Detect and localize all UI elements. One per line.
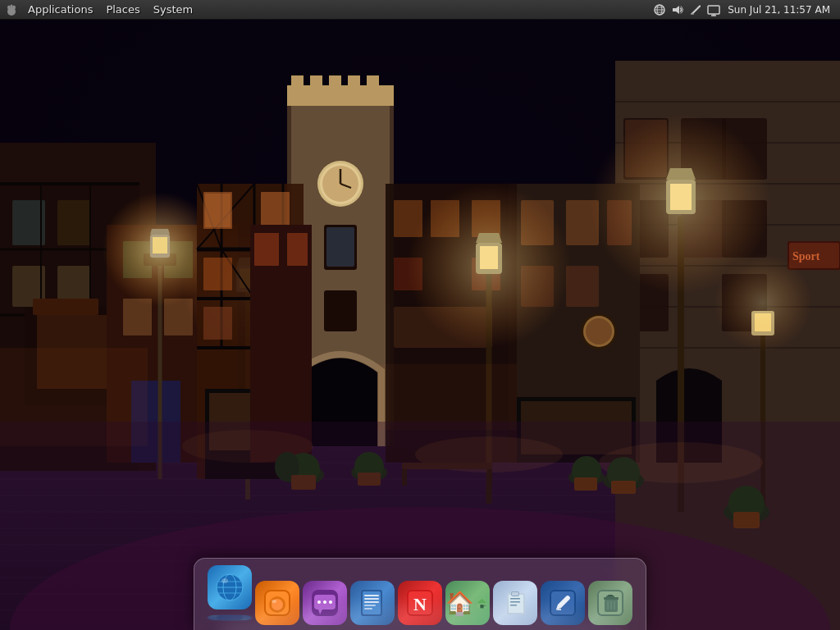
svg-marker-55: [150, 229, 170, 235]
svg-point-195: [272, 600, 276, 603]
svg-rect-91: [205, 194, 231, 227]
svg-rect-69: [348, 75, 360, 92]
svg-rect-78: [324, 290, 357, 331]
dock-item-writer[interactable]: [350, 581, 395, 625]
dock-icon-notes: N: [398, 581, 442, 625]
dock-item-orange[interactable]: [255, 581, 299, 625]
gnome-foot-icon: [3, 2, 20, 18]
svg-marker-9: [673, 6, 679, 14]
dock-item-home[interactable]: [445, 581, 490, 625]
svg-rect-101: [254, 233, 279, 266]
dock-icon-settings: [541, 581, 585, 625]
svg-rect-204: [364, 595, 379, 596]
svg-rect-68: [329, 75, 341, 92]
panel-left: Applications Places System: [3, 0, 199, 20]
screen-icon[interactable]: [706, 2, 721, 17]
svg-point-1: [7, 5, 11, 9]
svg-text:N: N: [413, 594, 427, 614]
svg-rect-219: [512, 592, 518, 596]
desktop: Sport: [0, 20, 840, 630]
svg-rect-214: [480, 605, 483, 608]
dock-item-chat[interactable]: [303, 581, 347, 625]
svg-rect-215: [484, 605, 486, 607]
svg-rect-33: [57, 200, 90, 245]
svg-rect-206: [364, 601, 379, 603]
svg-text:Sport: Sport: [792, 250, 820, 262]
top-panel: Applications Places System: [0, 0, 840, 20]
dock-item-globe[interactable]: [208, 565, 252, 625]
svg-rect-56: [153, 237, 167, 253]
svg-rect-92: [261, 192, 290, 229]
dock-item-trash[interactable]: [588, 581, 632, 625]
dock-icon-clipboard: [493, 581, 537, 625]
svg-rect-208: [364, 608, 372, 609]
svg-marker-148: [666, 168, 696, 180]
menu-applications[interactable]: Applications: [21, 0, 99, 20]
svg-point-190: [217, 615, 243, 620]
network-icon[interactable]: [652, 2, 667, 17]
svg-rect-226: [558, 609, 561, 610]
menu-places[interactable]: Places: [99, 0, 146, 20]
svg-rect-221: [510, 601, 520, 603]
pen-icon[interactable]: [688, 2, 703, 17]
dock-icon-globe-reflection: [208, 615, 252, 620]
svg-point-189: [221, 578, 228, 583]
svg-rect-95: [203, 307, 232, 340]
svg-point-199: [317, 600, 321, 604]
svg-point-180: [586, 318, 612, 345]
svg-rect-158: [377, 364, 517, 430]
svg-rect-77: [326, 227, 354, 267]
svg-marker-143: [476, 233, 502, 243]
dock-icon-chat: [303, 581, 347, 625]
menu-system[interactable]: System: [147, 0, 199, 20]
svg-rect-144: [480, 246, 498, 269]
panel-clock: Sun Jul 21, 11:57 AM: [724, 4, 833, 16]
dock-icon-trash: [588, 581, 632, 625]
svg-rect-217: [509, 595, 523, 613]
svg-rect-102: [287, 233, 308, 266]
dock-icon-home: [445, 581, 490, 625]
dock-item-notes[interactable]: N: [398, 581, 442, 625]
svg-rect-11: [708, 6, 719, 14]
svg-rect-67: [310, 75, 322, 92]
dock-item-clipboard[interactable]: [493, 581, 537, 625]
svg-rect-220: [510, 598, 520, 600]
svg-rect-205: [364, 598, 379, 600]
svg-rect-207: [364, 605, 376, 606]
dock-icon-writer: [350, 581, 395, 625]
volume-icon[interactable]: [670, 2, 685, 17]
svg-rect-149: [670, 184, 692, 210]
dock-container: N: [194, 558, 646, 630]
svg-rect-70: [367, 75, 379, 92]
svg-rect-43: [33, 299, 98, 315]
svg-rect-232: [608, 595, 613, 596]
svg-rect-66: [291, 75, 304, 92]
svg-point-153: [714, 253, 812, 352]
dock-icon-globe: [208, 565, 252, 609]
dock-icon-orange: [255, 581, 299, 625]
svg-rect-222: [510, 605, 517, 606]
panel-right: Sun Jul 21, 11:57 AM: [652, 2, 837, 17]
svg-rect-93: [203, 258, 232, 290]
dock-item-settings[interactable]: [541, 581, 585, 625]
svg-point-200: [323, 600, 326, 604]
svg-marker-213: [477, 599, 487, 604]
svg-rect-130: [566, 266, 599, 307]
svg-point-201: [329, 600, 332, 604]
dock: N: [194, 558, 646, 630]
desktop-background: Sport: [0, 20, 840, 630]
svg-point-3: [12, 5, 16, 9]
